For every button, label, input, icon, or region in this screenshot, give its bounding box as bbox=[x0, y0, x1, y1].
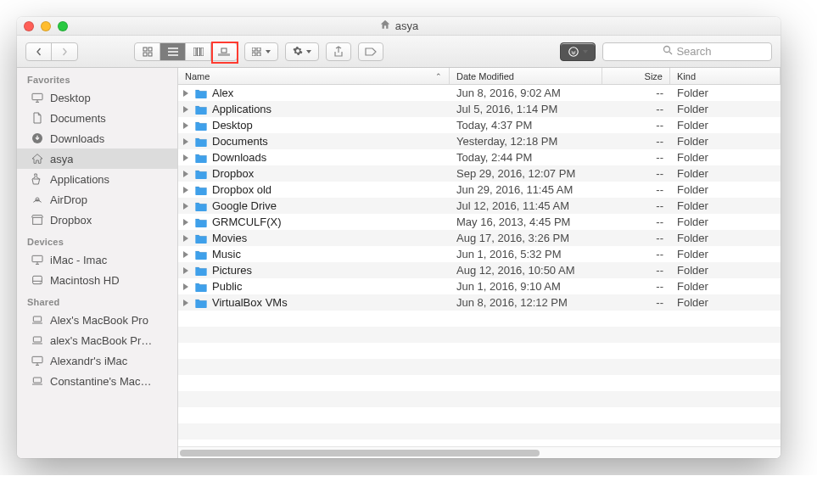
forward-button[interactable] bbox=[52, 43, 77, 60]
file-row[interactable]: Dropbox oldJun 29, 2016, 11:45 AM--Folde… bbox=[178, 182, 781, 198]
horizontal-scrollbar[interactable] bbox=[178, 446, 781, 458]
file-size: -- bbox=[602, 199, 670, 212]
disclosure-triangle-icon[interactable] bbox=[183, 122, 188, 129]
file-date: Jun 1, 2016, 5:32 PM bbox=[450, 248, 602, 260]
minimize-window-button[interactable] bbox=[41, 21, 51, 31]
arrange-dropdown[interactable] bbox=[244, 42, 278, 61]
sidebar-item-imac[interactable]: iMac - Imac bbox=[17, 249, 177, 270]
home-icon bbox=[31, 152, 44, 165]
disclosure-triangle-icon[interactable] bbox=[183, 283, 188, 290]
view-column-button[interactable] bbox=[186, 43, 211, 60]
disclosure-triangle-icon[interactable] bbox=[183, 235, 188, 242]
file-name: Alex bbox=[212, 87, 233, 99]
sidebar-section-header: Shared bbox=[17, 290, 177, 310]
file-size: -- bbox=[602, 216, 670, 228]
file-name: Desktop bbox=[212, 119, 253, 132]
disclosure-triangle-icon[interactable] bbox=[183, 154, 188, 161]
sidebar-item-dropbox[interactable]: Dropbox bbox=[17, 210, 177, 230]
sidebar-item-s3[interactable]: Alexandr's iMac bbox=[17, 350, 177, 371]
disclosure-triangle-icon[interactable] bbox=[183, 203, 188, 210]
column-header-kind[interactable]: Kind bbox=[670, 68, 781, 84]
file-row[interactable]: PicturesAug 12, 2016, 10:50 AM--Folder bbox=[178, 262, 781, 278]
disclosure-triangle-icon[interactable] bbox=[183, 219, 188, 226]
disclosure-triangle-icon[interactable] bbox=[183, 138, 188, 145]
disclosure-triangle-icon[interactable] bbox=[183, 300, 188, 306]
zoom-window-button[interactable] bbox=[58, 21, 68, 31]
empty-row bbox=[178, 391, 781, 407]
folder-icon bbox=[194, 152, 208, 164]
disclosure-triangle-icon[interactable] bbox=[183, 106, 188, 113]
folder-icon bbox=[194, 281, 208, 293]
sidebar-item-applications[interactable]: Applications bbox=[17, 169, 177, 189]
sidebar-item-label: Dropbox bbox=[50, 214, 92, 227]
sidebar-item-label: Alexandr's iMac bbox=[50, 355, 127, 367]
file-row[interactable]: DropboxSep 29, 2016, 12:07 PM--Folder bbox=[178, 165, 781, 182]
folder-icon bbox=[194, 136, 208, 148]
disclosure-triangle-icon[interactable] bbox=[183, 171, 188, 177]
sidebar-item-documents[interactable]: Documents bbox=[17, 108, 177, 128]
sidebar-item-airdrop[interactable]: AirDrop bbox=[17, 189, 177, 210]
close-window-button[interactable] bbox=[24, 21, 34, 31]
folder-icon bbox=[194, 297, 208, 309]
dropbox-toolbar-button[interactable] bbox=[560, 42, 596, 61]
file-size: -- bbox=[602, 135, 670, 148]
file-row[interactable]: MusicJun 1, 2016, 5:32 PM--Folder bbox=[178, 246, 781, 262]
file-row[interactable]: DesktopToday, 4:37 PM--Folder bbox=[178, 117, 781, 133]
view-coverflow-button[interactable] bbox=[211, 43, 237, 60]
folder-icon bbox=[194, 184, 208, 196]
search-field[interactable]: Search bbox=[602, 42, 772, 61]
column-header-date[interactable]: Date Modified bbox=[450, 68, 602, 84]
file-row[interactable]: ApplicationsJul 5, 2016, 1:14 PM--Folder bbox=[178, 101, 781, 117]
sidebar-item-downloads[interactable]: Downloads bbox=[17, 128, 177, 148]
file-kind: Folder bbox=[670, 87, 781, 99]
share-button[interactable] bbox=[326, 42, 351, 61]
sidebar-item-s1[interactable]: Alex's MacBook Pro bbox=[17, 310, 177, 330]
sidebar-item-asya[interactable]: asya bbox=[17, 148, 177, 169]
file-row[interactable]: MoviesAug 17, 2016, 3:26 PM--Folder bbox=[178, 230, 781, 246]
empty-row bbox=[178, 359, 781, 375]
file-list[interactable]: AlexJun 8, 2016, 9:02 AM--FolderApplicat… bbox=[178, 85, 781, 446]
column-header-size[interactable]: Size bbox=[602, 68, 670, 84]
scrollbar-thumb[interactable] bbox=[180, 450, 540, 456]
file-row[interactable]: VirtualBox VMsJun 8, 2016, 12:12 PM--Fol… bbox=[178, 294, 781, 311]
file-row[interactable]: DownloadsToday, 2:44 PM--Folder bbox=[178, 149, 781, 165]
tags-button[interactable] bbox=[358, 42, 383, 61]
file-name: Dropbox bbox=[212, 167, 254, 180]
view-icon-button[interactable] bbox=[135, 43, 160, 60]
file-kind: Folder bbox=[670, 280, 781, 293]
file-row[interactable]: GRMCULF(X)May 16, 2013, 4:45 PM--Folder bbox=[178, 214, 781, 230]
back-button[interactable] bbox=[26, 43, 52, 60]
file-row[interactable]: PublicJun 1, 2016, 9:10 AM--Folder bbox=[178, 278, 781, 294]
file-kind: Folder bbox=[670, 119, 781, 132]
file-row[interactable]: Google DriveJul 12, 2016, 11:45 AM--Fold… bbox=[178, 198, 781, 214]
home-icon bbox=[379, 19, 391, 33]
finder-window: asya bbox=[17, 17, 781, 458]
view-list-button[interactable] bbox=[160, 43, 186, 60]
sidebar-item-s4[interactable]: Constantine's Mac… bbox=[17, 371, 177, 391]
sidebar-item-label: Constantine's Mac… bbox=[50, 375, 152, 388]
folder-icon bbox=[194, 232, 208, 244]
file-row[interactable]: DocumentsYesterday, 12:18 PM--Folder bbox=[178, 133, 781, 149]
sidebar-item-machd[interactable]: Macintosh HD bbox=[17, 270, 177, 290]
column-header-name[interactable]: Name ⌃ bbox=[178, 68, 450, 84]
sidebar-item-s2[interactable]: alex's MacBook Pr… bbox=[17, 330, 177, 350]
svg-rect-0 bbox=[143, 48, 147, 51]
file-name: Public bbox=[212, 280, 242, 293]
svg-rect-26 bbox=[33, 217, 42, 224]
action-dropdown[interactable] bbox=[285, 42, 319, 61]
file-date: Jun 8, 2016, 12:12 PM bbox=[450, 296, 602, 309]
disclosure-triangle-icon[interactable] bbox=[183, 251, 188, 258]
display-icon bbox=[31, 91, 44, 104]
svg-rect-1 bbox=[148, 48, 152, 51]
file-name: Pictures bbox=[212, 264, 252, 277]
file-kind: Folder bbox=[670, 183, 781, 196]
file-name: Applications bbox=[212, 103, 271, 115]
gear-icon bbox=[293, 44, 303, 59]
disclosure-triangle-icon[interactable] bbox=[183, 187, 188, 193]
disclosure-triangle-icon[interactable] bbox=[183, 267, 188, 274]
disclosure-triangle-icon[interactable] bbox=[183, 90, 188, 97]
file-size: -- bbox=[602, 87, 670, 99]
svg-rect-13 bbox=[252, 48, 255, 51]
sidebar-item-desktop[interactable]: Desktop bbox=[17, 87, 177, 108]
file-row[interactable]: AlexJun 8, 2016, 9:02 AM--Folder bbox=[178, 85, 781, 101]
